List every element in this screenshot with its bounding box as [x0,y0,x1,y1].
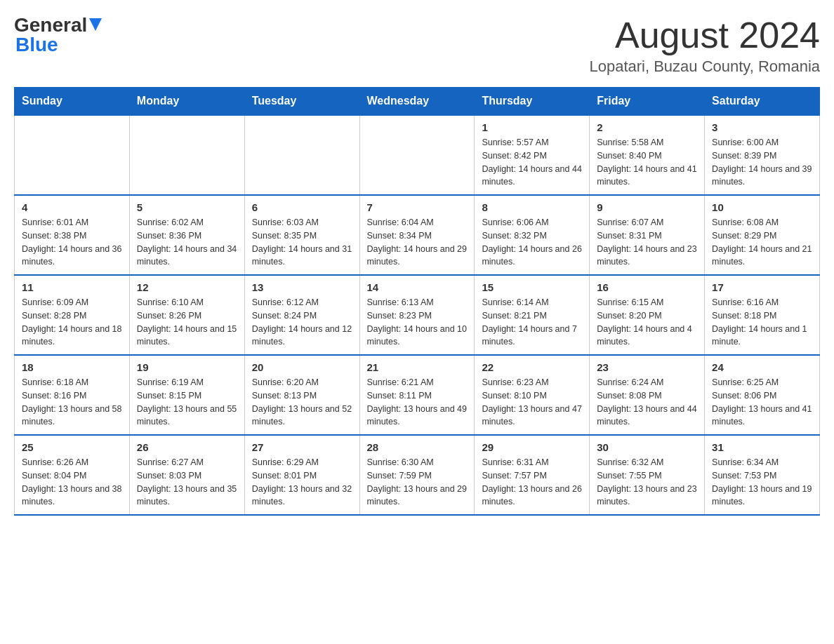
table-row: 16Sunrise: 6:15 AMSunset: 8:20 PMDayligh… [590,275,705,355]
table-row: 28Sunrise: 6:30 AMSunset: 7:59 PMDayligh… [359,435,475,515]
table-row: 9Sunrise: 6:07 AMSunset: 8:31 PMDaylight… [590,195,705,275]
day-info: Sunrise: 5:58 AMSunset: 8:40 PMDaylight:… [597,136,697,189]
day-number: 21 [367,361,468,373]
day-number: 15 [482,281,582,293]
table-row [129,115,244,195]
day-info: Sunrise: 6:24 AMSunset: 8:08 PMDaylight:… [597,376,697,429]
title-area: August 2024 Lopatari, Buzau County, Roma… [589,14,820,76]
day-info: Sunrise: 6:34 AMSunset: 7:53 PMDaylight:… [712,456,812,509]
day-number: 14 [367,281,468,293]
col-friday: Friday [590,88,705,116]
month-year-title: August 2024 [589,14,820,56]
table-row [244,115,359,195]
col-tuesday: Tuesday [244,88,359,116]
day-number: 19 [137,361,237,373]
day-info: Sunrise: 6:03 AMSunset: 8:35 PMDaylight:… [252,216,352,269]
table-row: 7Sunrise: 6:04 AMSunset: 8:34 PMDaylight… [359,195,475,275]
day-info: Sunrise: 6:06 AMSunset: 8:32 PMDaylight:… [482,216,582,269]
table-row: 10Sunrise: 6:08 AMSunset: 8:29 PMDayligh… [705,195,820,275]
col-saturday: Saturday [705,88,820,116]
table-row: 30Sunrise: 6:32 AMSunset: 7:55 PMDayligh… [590,435,705,515]
day-number: 3 [712,121,812,133]
day-number: 16 [597,281,697,293]
table-row [15,115,130,195]
table-row: 25Sunrise: 6:26 AMSunset: 8:04 PMDayligh… [15,435,130,515]
day-number: 24 [712,361,812,373]
day-number: 26 [137,441,237,453]
day-info: Sunrise: 6:13 AMSunset: 8:23 PMDaylight:… [367,296,468,349]
day-number: 17 [712,281,812,293]
day-number: 8 [482,201,582,213]
day-info: Sunrise: 6:18 AMSunset: 8:16 PMDaylight:… [22,376,122,429]
logo-arrow-icon [89,18,102,36]
table-row: 22Sunrise: 6:23 AMSunset: 8:10 PMDayligh… [475,355,590,435]
day-number: 7 [367,201,468,213]
table-row: 31Sunrise: 6:34 AMSunset: 7:53 PMDayligh… [705,435,820,515]
day-info: Sunrise: 6:32 AMSunset: 7:55 PMDaylight:… [597,456,697,509]
day-info: Sunrise: 6:19 AMSunset: 8:15 PMDaylight:… [137,376,237,429]
day-number: 29 [482,441,582,453]
day-info: Sunrise: 5:57 AMSunset: 8:42 PMDaylight:… [482,136,582,189]
col-wednesday: Wednesday [359,88,475,116]
calendar-week-row: 18Sunrise: 6:18 AMSunset: 8:16 PMDayligh… [15,355,820,435]
day-info: Sunrise: 6:01 AMSunset: 8:38 PMDaylight:… [22,216,122,269]
logo-blue-text: Blue [15,34,58,56]
calendar-table: Sunday Monday Tuesday Wednesday Thursday… [14,87,820,516]
table-row: 24Sunrise: 6:25 AMSunset: 8:06 PMDayligh… [705,355,820,435]
day-info: Sunrise: 6:10 AMSunset: 8:26 PMDaylight:… [137,296,237,349]
day-number: 2 [597,121,697,133]
day-number: 23 [597,361,697,373]
table-row: 4Sunrise: 6:01 AMSunset: 8:38 PMDaylight… [15,195,130,275]
table-row: 14Sunrise: 6:13 AMSunset: 8:23 PMDayligh… [359,275,475,355]
day-info: Sunrise: 6:14 AMSunset: 8:21 PMDaylight:… [482,296,582,349]
page-header: General Blue August 2024 Lopatari, Buzau… [14,14,820,76]
table-row: 2Sunrise: 5:58 AMSunset: 8:40 PMDaylight… [590,115,705,195]
calendar-header-row: Sunday Monday Tuesday Wednesday Thursday… [15,88,820,116]
day-info: Sunrise: 6:04 AMSunset: 8:34 PMDaylight:… [367,216,468,269]
day-info: Sunrise: 6:27 AMSunset: 8:03 PMDaylight:… [137,456,237,509]
day-number: 5 [137,201,237,213]
day-info: Sunrise: 6:31 AMSunset: 7:57 PMDaylight:… [482,456,582,509]
table-row: 23Sunrise: 6:24 AMSunset: 8:08 PMDayligh… [590,355,705,435]
day-info: Sunrise: 6:29 AMSunset: 8:01 PMDaylight:… [252,456,352,509]
day-info: Sunrise: 6:25 AMSunset: 8:06 PMDaylight:… [712,376,812,429]
col-thursday: Thursday [475,88,590,116]
day-info: Sunrise: 6:07 AMSunset: 8:31 PMDaylight:… [597,216,697,269]
table-row: 20Sunrise: 6:20 AMSunset: 8:13 PMDayligh… [244,355,359,435]
day-number: 30 [597,441,697,453]
day-info: Sunrise: 6:16 AMSunset: 8:18 PMDaylight:… [712,296,812,349]
day-number: 10 [712,201,812,213]
table-row: 6Sunrise: 6:03 AMSunset: 8:35 PMDaylight… [244,195,359,275]
col-monday: Monday [129,88,244,116]
day-info: Sunrise: 6:08 AMSunset: 8:29 PMDaylight:… [712,216,812,269]
table-row: 15Sunrise: 6:14 AMSunset: 8:21 PMDayligh… [475,275,590,355]
table-row: 11Sunrise: 6:09 AMSunset: 8:28 PMDayligh… [15,275,130,355]
table-row: 19Sunrise: 6:19 AMSunset: 8:15 PMDayligh… [129,355,244,435]
calendar-week-row: 1Sunrise: 5:57 AMSunset: 8:42 PMDaylight… [15,115,820,195]
table-row: 17Sunrise: 6:16 AMSunset: 8:18 PMDayligh… [705,275,820,355]
calendar-week-row: 4Sunrise: 6:01 AMSunset: 8:38 PMDaylight… [15,195,820,275]
day-number: 11 [22,281,122,293]
col-sunday: Sunday [15,88,130,116]
table-row: 8Sunrise: 6:06 AMSunset: 8:32 PMDaylight… [475,195,590,275]
day-number: 22 [482,361,582,373]
day-number: 1 [482,121,582,133]
day-info: Sunrise: 6:30 AMSunset: 7:59 PMDaylight:… [367,456,468,509]
day-number: 28 [367,441,468,453]
table-row: 27Sunrise: 6:29 AMSunset: 8:01 PMDayligh… [244,435,359,515]
table-row: 13Sunrise: 6:12 AMSunset: 8:24 PMDayligh… [244,275,359,355]
day-number: 9 [597,201,697,213]
logo: General Blue [14,14,102,56]
day-number: 31 [712,441,812,453]
calendar-week-row: 25Sunrise: 6:26 AMSunset: 8:04 PMDayligh… [15,435,820,515]
location-text: Lopatari, Buzau County, Romania [589,58,820,76]
table-row: 18Sunrise: 6:18 AMSunset: 8:16 PMDayligh… [15,355,130,435]
day-number: 12 [137,281,237,293]
day-info: Sunrise: 6:26 AMSunset: 8:04 PMDaylight:… [22,456,122,509]
svg-marker-0 [89,18,102,31]
table-row: 26Sunrise: 6:27 AMSunset: 8:03 PMDayligh… [129,435,244,515]
table-row: 21Sunrise: 6:21 AMSunset: 8:11 PMDayligh… [359,355,475,435]
table-row: 12Sunrise: 6:10 AMSunset: 8:26 PMDayligh… [129,275,244,355]
day-info: Sunrise: 6:12 AMSunset: 8:24 PMDaylight:… [252,296,352,349]
table-row: 1Sunrise: 5:57 AMSunset: 8:42 PMDaylight… [475,115,590,195]
